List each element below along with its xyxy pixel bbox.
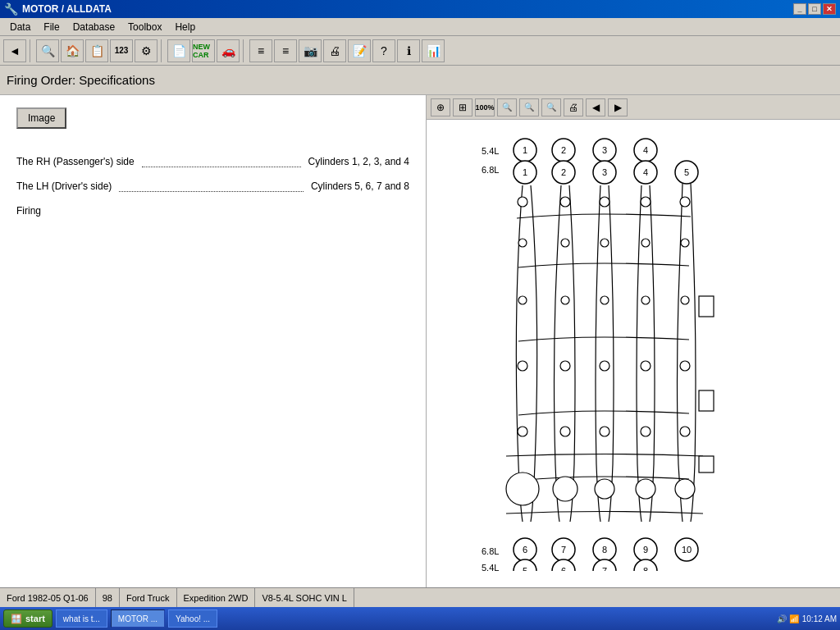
note-button[interactable]: 📝	[348, 39, 371, 62]
new-car-button[interactable]: NEW CAR	[192, 39, 215, 62]
list2-button[interactable]: ≡	[274, 39, 297, 62]
print2-button[interactable]: 🖨	[323, 39, 346, 62]
taskbar-icons: 🔊 📶	[777, 614, 799, 623]
settings-button[interactable]: ⚙	[135, 39, 158, 62]
svg-point-33	[641, 296, 650, 304]
svg-text:7: 7	[561, 545, 566, 555]
back-button[interactable]: ◄	[3, 39, 26, 62]
minimize-button[interactable]: _	[793, 3, 806, 15]
menu-database[interactable]: Database	[66, 20, 121, 34]
spec-lh-side: The LH (Driver's side) Cylinders 5, 6, 7…	[16, 180, 409, 194]
svg-point-24	[680, 197, 690, 207]
lh-label: The LH (Driver's side)	[16, 180, 112, 194]
title-bar-controls: _ □ ✕	[793, 3, 836, 15]
diagram-area: 5.4L 6.8L 1 2 3 4 1 2 3 4	[427, 120, 840, 587]
svg-text:4: 4	[643, 167, 648, 177]
help-button[interactable]: ?	[372, 39, 395, 62]
close-button[interactable]: ✕	[823, 3, 836, 15]
svg-text:5: 5	[523, 566, 527, 571]
menu-bar: Data File Database Toolbox Help	[0, 18, 840, 36]
image-button[interactable]: Image	[16, 107, 66, 129]
left-panel: Image The RH (Passenger's) side Cylinder…	[0, 95, 427, 587]
maximize-button[interactable]: □	[808, 3, 821, 15]
image-toolbar: ⊕ ⊞ 100% 🔍 🔍 🔍 🖨 ◀ ▶	[427, 95, 840, 120]
rh-dots	[142, 153, 301, 167]
zoom-page-button[interactable]: 🔍	[497, 98, 517, 116]
menu-file[interactable]: File	[37, 20, 66, 34]
svg-text:6.8L: 6.8L	[482, 165, 499, 175]
extra-button[interactable]: 📊	[422, 39, 445, 62]
zoom-out-button[interactable]: 🔍	[541, 98, 561, 116]
svg-text:7: 7	[602, 566, 607, 571]
list1-button[interactable]: ≡	[249, 39, 272, 62]
status-info1: Ford 1982-05 Q1-06	[0, 588, 96, 607]
svg-text:1: 1	[523, 145, 527, 155]
svg-point-46	[553, 477, 578, 501]
taskbar-time: 10:12 AM	[802, 614, 837, 623]
svg-point-29	[681, 239, 689, 247]
svg-point-49	[675, 479, 695, 499]
svg-text:5: 5	[684, 167, 689, 177]
status-bar: Ford 1982-05 Q1-06 98 Ford Truck Expedit…	[0, 587, 840, 607]
svg-point-45	[506, 472, 539, 505]
print-button[interactable]: 📋	[85, 39, 108, 62]
main-content: Image The RH (Passenger's) side Cylinder…	[0, 95, 840, 587]
app-icon: 🔧	[4, 2, 18, 16]
svg-point-20	[518, 197, 527, 207]
svg-text:5.4L: 5.4L	[482, 563, 499, 571]
info-button[interactable]: ℹ	[397, 39, 420, 62]
svg-text:8: 8	[602, 545, 607, 555]
svg-point-27	[600, 239, 609, 247]
menu-toolbox[interactable]: Toolbox	[121, 20, 168, 34]
svg-point-30	[518, 296, 527, 304]
svg-text:1: 1	[523, 167, 527, 177]
svg-point-47	[595, 479, 614, 499]
svg-point-44	[680, 427, 690, 436]
svg-text:6: 6	[561, 566, 566, 571]
camera-button[interactable]: 📷	[299, 39, 322, 62]
svg-point-22	[600, 197, 609, 207]
svg-point-48	[636, 479, 655, 499]
svg-point-42	[600, 427, 609, 436]
search-button[interactable]: 🔍	[36, 39, 59, 62]
view-button[interactable]: 📄	[167, 39, 190, 62]
svg-text:9: 9	[643, 545, 648, 555]
lh-value: Cylinders 5, 6, 7 and 8	[311, 180, 409, 194]
status-info2: 98	[96, 588, 120, 607]
zoom-in-button[interactable]: ⊕	[431, 98, 450, 116]
toolbar-separator	[30, 39, 33, 62]
svg-point-38	[641, 361, 651, 371]
zoom-100-button[interactable]: 100%	[475, 98, 495, 116]
menu-help[interactable]: Help	[168, 20, 202, 34]
car-button[interactable]: 🚗	[217, 39, 240, 62]
taskbar-btn-2[interactable]: MOTOR ...	[111, 609, 165, 628]
svg-text:2: 2	[561, 145, 566, 155]
zoom-fit-button[interactable]: ⊞	[453, 98, 472, 116]
next-image-button[interactable]: ▶	[608, 98, 628, 116]
svg-point-36	[560, 361, 570, 371]
firing-label: Firing	[16, 204, 41, 218]
svg-point-39	[680, 361, 690, 371]
title-bar: 🔧 MOTOR / ALLDATA _ □ ✕	[0, 0, 840, 18]
print-diagram-button[interactable]: 🖨	[564, 98, 583, 116]
svg-rect-50	[699, 296, 714, 317]
zoom-width-button[interactable]: 🔍	[519, 98, 539, 116]
menu-data[interactable]: Data	[3, 20, 37, 34]
taskbar-right: 🔊 📶 10:12 AM	[777, 614, 837, 623]
taskbar-btn-1[interactable]: what is t...	[56, 609, 107, 628]
svg-rect-51	[699, 390, 714, 411]
taskbar-btn-3[interactable]: Yahoo! ...	[168, 609, 217, 628]
svg-point-23	[641, 197, 651, 207]
svg-point-21	[560, 197, 570, 207]
prev-image-button[interactable]: ◀	[586, 98, 605, 116]
svg-point-26	[561, 239, 569, 247]
rh-value: Cylinders 1, 2, 3, and 4	[308, 155, 409, 169]
svg-point-34	[681, 296, 689, 304]
title-bar-left: 🔧 MOTOR / ALLDATA	[4, 2, 112, 16]
status-info5: V8-5.4L SOHC VIN L	[255, 588, 354, 607]
svg-point-37	[600, 361, 609, 371]
numbering-button[interactable]: 123	[110, 39, 133, 62]
home-button[interactable]: 🏠	[61, 39, 84, 62]
start-button[interactable]: 🪟 start	[3, 609, 52, 628]
svg-rect-52	[699, 456, 714, 472]
